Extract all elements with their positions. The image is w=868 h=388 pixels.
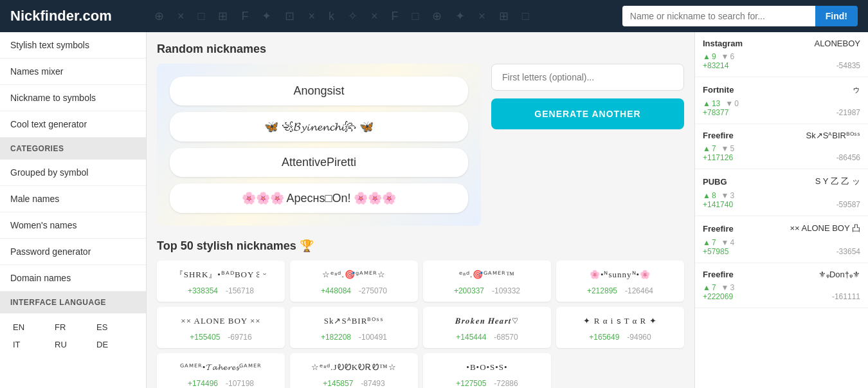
nick-stat-down-3: -126464 <box>625 286 653 295</box>
search-input[interactable] <box>622 6 815 26</box>
sidebar-item-male-names[interactable]: Male names <box>0 186 146 212</box>
nick-card-6[interactable]: 𝑩𝒓𝒐𝒌𝒆𝒏 𝑯𝒆𝒂𝒓𝒕♡ +145444 -68570 <box>423 307 551 348</box>
vote-up-count-2: 7 <box>712 144 716 153</box>
vote-down-icon-5: ▼ 3 <box>721 283 735 292</box>
nick-card-7[interactable]: ✦ R α i ꜱ T α R ✦ +165649 -94960 <box>556 307 684 348</box>
nick-stat-up-3: +212895 <box>587 286 617 295</box>
sidebar-item-womens-names[interactable]: Women's names <box>0 212 146 239</box>
random-section-title: Random nicknames <box>157 42 684 56</box>
nick-card-0[interactable]: 『SHRK』•ᴮᴬᴰBOY꒰ᵕ +338354 -156718 <box>157 261 285 302</box>
nickname-card-3[interactable]: 🌸🌸🌸 Aреснs□On! 🌸🌸🌸 <box>170 183 468 213</box>
right-entry-header-1: Fortnite ゥ <box>703 84 860 95</box>
right-entry-4: Freefire ×× ALONE BOY 凸 ▲ 7 ▼ 4 +57985 -… <box>695 216 868 263</box>
search-button[interactable]: Find! <box>815 6 858 26</box>
vote-up-icon-2: ▲ 7 <box>703 144 716 153</box>
right-game-3: PUBG <box>703 177 727 187</box>
vote-down-icon-0: ▼ 6 <box>721 52 735 61</box>
nick-card-1[interactable]: ☆ᵉⁿᵈ.🎯ᵍᴬᴹᴱᴿ☆ +448084 -275070 <box>290 261 418 302</box>
categories-label: CATEGORIES <box>0 138 146 160</box>
right-entry-header-3: PUBG S Y 乙 乙 ッ <box>703 176 860 187</box>
right-game-4: Freefire <box>703 224 734 234</box>
lang-es[interactable]: ES <box>94 319 136 336</box>
nick-stat-up-4: +155405 <box>190 333 220 342</box>
nick-stat-up-1: +448084 <box>321 286 351 295</box>
lang-fr[interactable]: FR <box>52 319 94 336</box>
sidebar-item-cool-text[interactable]: Cool text generator <box>0 111 146 138</box>
nick-stat-down-4: -69716 <box>228 333 251 342</box>
right-votes-4: ▲ 7 ▼ 4 <box>703 238 860 247</box>
vote-up-icon-4: ▲ 7 <box>703 238 716 247</box>
right-entry-3: PUBG S Y 乙 乙 ッ ▲ 8 ▼ 3 +141740 -59587 <box>695 169 868 216</box>
right-stats-4: +57985 -33654 <box>703 247 860 256</box>
nick-stats-5: +182208 -100491 <box>298 333 410 342</box>
nick-stat-down-2: -109332 <box>492 286 520 295</box>
nickname-card-0[interactable]: Anongsist <box>170 77 468 106</box>
right-entry-header-4: Freefire ×× ALONE BOY 凸 <box>703 223 860 234</box>
lang-ru[interactable]: RU <box>52 336 94 353</box>
score-down-5: -161111 <box>832 292 860 301</box>
search-form: Find! <box>622 6 858 26</box>
right-votes-0: ▲ 9 ▼ 6 <box>703 52 860 61</box>
sidebar-item-password-gen[interactable]: Password generator <box>0 239 146 265</box>
right-entry-header-2: Freefire Sk↗SᴬBIRᴮᴼˢˢ <box>703 131 860 140</box>
lang-en[interactable]: EN <box>10 319 52 336</box>
vote-up-count-4: 7 <box>712 238 716 247</box>
right-nick-2: Sk↗SᴬBIRᴮᴼˢˢ <box>806 131 860 140</box>
right-panel: Instagram ALONEBOY ▲ 9 ▼ 6 +83214 -54835… <box>694 32 868 388</box>
nick-stat-down-8: -107198 <box>226 379 254 388</box>
sidebar-item-nickname-symbols[interactable]: Nickname to symbols <box>0 85 146 111</box>
lang-it[interactable]: IT <box>10 336 52 353</box>
vote-down-icon-4: ▼ 4 <box>721 238 735 247</box>
nick-stats-1: +448084 -275070 <box>298 286 410 295</box>
nick-card-3[interactable]: 🌸•ᴺsunnyᴺ•🌸 +212895 -126464 <box>556 261 684 302</box>
nick-stats-0: +338354 -156718 <box>165 286 277 295</box>
top-section-title: Top 50 stylish nicknames 🏆 <box>157 239 684 253</box>
sidebar-item-domain-names[interactable]: Domain names <box>0 265 146 291</box>
lang-de[interactable]: DE <box>94 336 136 353</box>
nick-card-10[interactable]: •B•O•S•S• +127505 -72886 <box>423 353 551 388</box>
header-bg-decoration: ⊕ × □ ⊞ F ✦ ⊡ × k ✧ × F □ ⊕ ✦ × ⊞ □ <box>154 0 701 32</box>
score-up-4: +57985 <box>703 247 728 256</box>
generate-button[interactable]: GENERATE ANOTHER <box>491 98 684 129</box>
nickname-card-2[interactable]: AttentivePiretti <box>170 148 468 177</box>
nick-card-5[interactable]: Sk↗SᴬBIRᴮᴼˢˢ +182208 -100491 <box>290 307 418 348</box>
nick-stat-up-5: +182208 <box>321 333 351 342</box>
first-letters-input[interactable] <box>491 64 684 91</box>
right-stats-5: +222069 -161111 <box>703 292 860 301</box>
right-votes-2: ▲ 7 ▼ 5 <box>703 144 860 153</box>
vote-down-count-0: 6 <box>730 52 734 61</box>
nick-stat-up-9: +145857 <box>323 379 353 388</box>
top-nicknames-grid: 『SHRK』•ᴮᴬᴰBOY꒰ᵕ +338354 -156718 ☆ᵉⁿᵈ.🎯ᵍᴬ… <box>157 261 684 388</box>
nick-card-9[interactable]: ☆ᵉⁿᵈ.JᎧᏬKᎧᎡᏬ™☆ +145857 -87493 <box>290 353 418 388</box>
right-nick-1: ゥ <box>852 84 860 95</box>
nick-card-2[interactable]: ᵉⁿᵈ.🎯ᴳᴬᴹᴱᴿ™ +200337 -109332 <box>423 261 551 302</box>
nick-stat-up-8: +174496 <box>188 379 218 388</box>
vote-up-icon-5: ▲ 7 <box>703 283 716 292</box>
score-down-0: -54835 <box>836 61 860 70</box>
sidebar-item-stylish-text[interactable]: Stylish text symbols <box>0 32 146 59</box>
sidebar-item-grouped-symbol[interactable]: Grouped by symbol <box>0 160 146 186</box>
nick-stat-down-1: -275070 <box>359 286 387 295</box>
sidebar-item-names-mixer[interactable]: Names mixer <box>0 59 146 85</box>
nick-name-4: ×× ALONE BOY ×× <box>165 313 277 329</box>
right-stats-0: +83214 -54835 <box>703 61 860 70</box>
vote-down-count-1: 0 <box>734 99 739 108</box>
right-game-5: Freefire <box>703 270 734 279</box>
vote-down-icon-3: ▼ 3 <box>721 191 735 200</box>
score-down-1: -21987 <box>836 108 860 117</box>
score-up-2: +117126 <box>703 153 733 162</box>
vote-up-count-3: 8 <box>712 191 716 200</box>
nick-card-8[interactable]: ᴳᴬᴹᴱᴿ•𝓣𝓪𝓱𝓮𝓻𝓮𝓼ᴳᴬᴹᴱᴿ +174496 -107198 <box>157 353 285 388</box>
nickname-cards-container: Anongsist 🦋 ꧁𝓑𝔂𝓲𝓷𝓮𝓷𝓬𝓱𝓲꧂ 🦋 AttentivePiret… <box>157 64 481 226</box>
nick-name-2: ᵉⁿᵈ.🎯ᴳᴬᴹᴱᴿ™ <box>431 267 543 282</box>
right-stats-2: +117126 -86456 <box>703 153 860 162</box>
nickname-card-1[interactable]: 🦋 ꧁𝓑𝔂𝓲𝓷𝓮𝓷𝓬𝓱𝓲꧂ 🦋 <box>170 112 468 142</box>
right-nick-3: S Y 乙 乙 ッ <box>815 176 860 187</box>
nick-stat-down-9: -87493 <box>361 379 384 388</box>
nick-card-4[interactable]: ×× ALONE BOY ×× +155405 -69716 <box>157 307 285 348</box>
right-nick-0: ALONEBOY <box>814 39 860 48</box>
sidebar: Stylish text symbols Names mixer Nicknam… <box>0 32 147 388</box>
site-logo[interactable]: Nickfinder.com <box>10 8 112 24</box>
nick-stat-up-10: +127505 <box>456 379 486 388</box>
score-down-2: -86456 <box>836 153 860 162</box>
